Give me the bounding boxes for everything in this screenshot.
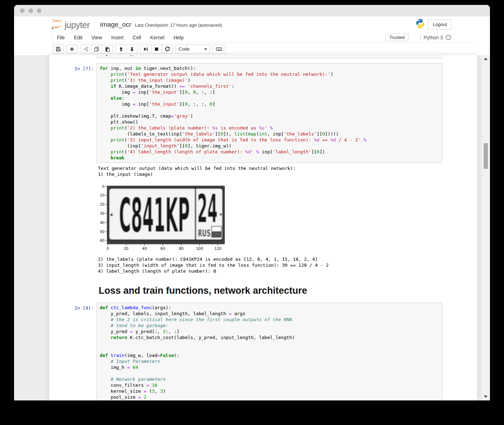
stream-output: 2) the_labels (plate number): C841KP24 i… xyxy=(98,256,329,274)
scrollbar-down-arrow-icon[interactable] xyxy=(484,396,488,398)
clipped-cell-input[interactable]: tiger.build_data() xyxy=(97,55,442,58)
cut-cell-button[interactable] xyxy=(80,45,91,54)
svg-text:120: 120 xyxy=(214,246,221,251)
license-plate-image: C841KP 24 RUS xyxy=(107,186,225,244)
window-maximize-button[interactable] xyxy=(37,8,41,13)
move-cell-down-button[interactable] xyxy=(126,45,138,54)
notebook-site: tiger.build_data() In [7]: for inp, out … xyxy=(14,55,490,400)
window-close-button[interactable] xyxy=(20,8,25,13)
window-minimize-button[interactable] xyxy=(28,8,33,13)
save-button[interactable] xyxy=(53,45,64,54)
markdown-heading[interactable]: Loss and train functions, network archit… xyxy=(99,285,307,296)
menu-view[interactable]: View xyxy=(87,35,107,40)
scrollbar[interactable] xyxy=(481,55,490,400)
code-editor: def ctc_lambda_func(args): y_pred, label… xyxy=(97,303,442,400)
cell-type-select[interactable]: Code xyxy=(175,45,210,54)
copy-icon xyxy=(94,46,99,52)
code-editor: for inp, out in tiger.next_batch(): prin… xyxy=(97,64,442,162)
svg-text:60: 60 xyxy=(160,246,165,251)
paste-cell-button[interactable] xyxy=(102,45,113,54)
interrupt-kernel-button[interactable] xyxy=(151,45,162,54)
svg-text:20: 20 xyxy=(100,202,105,206)
svg-text:40: 40 xyxy=(100,220,105,225)
kernel-idle-indicator-icon xyxy=(446,35,451,40)
plot-x-ticks: 020406080100120 xyxy=(107,244,221,251)
plate-number-text: C841KP xyxy=(119,188,190,243)
copy-cell-button[interactable] xyxy=(91,45,102,54)
plate-country-text: RUS xyxy=(198,228,211,239)
scrollbar-up-arrow-icon[interactable] xyxy=(484,58,488,60)
code-input-area[interactable]: for inp, out in tiger.next_batch(): prin… xyxy=(97,63,442,163)
stop-icon xyxy=(154,46,159,52)
save-icon xyxy=(55,46,61,52)
cell-type-value: Code xyxy=(179,46,190,52)
plate-flag-icon xyxy=(212,226,221,237)
svg-text:80: 80 xyxy=(179,246,184,251)
svg-text:50: 50 xyxy=(100,230,105,234)
input-prompt: In [7]: xyxy=(49,66,94,72)
menubar: File Edit View Insert Cell Kernel Help T… xyxy=(52,32,475,43)
svg-text:30: 30 xyxy=(100,211,105,215)
menu-kernel[interactable]: Kernel xyxy=(146,35,169,40)
restart-kernel-icon xyxy=(165,46,170,52)
jupyter-logo-icon xyxy=(51,18,62,31)
svg-text:20: 20 xyxy=(124,246,128,251)
restart-kernel-button[interactable] xyxy=(162,45,173,54)
move-up-icon xyxy=(118,46,124,52)
menu-insert[interactable]: Insert xyxy=(107,35,128,40)
svg-text:100: 100 xyxy=(196,246,203,251)
browser-window: jupyter image_ocr Last Checkpoint: 17 ho… xyxy=(14,5,490,400)
plate-region-text: 24 xyxy=(197,186,218,231)
stream-output: Text generator output (data which will b… xyxy=(98,165,296,177)
window-titlebar xyxy=(14,5,490,16)
svg-text:0: 0 xyxy=(107,246,109,251)
jupyter-logo-text: jupyter xyxy=(65,20,90,30)
svg-text:10: 10 xyxy=(100,193,105,197)
input-prompt: In [8]: xyxy=(49,305,94,311)
scrollbar-thumb[interactable] xyxy=(484,143,488,169)
menu-help[interactable]: Help xyxy=(169,35,188,40)
python-logo-icon xyxy=(415,18,426,31)
add-cell-button[interactable] xyxy=(66,45,78,54)
cut-icon xyxy=(83,46,88,52)
paste-icon xyxy=(105,46,110,52)
keyboard-icon xyxy=(216,46,222,52)
run-cell-button[interactable] xyxy=(140,45,151,54)
add-cell-icon xyxy=(69,46,75,52)
svg-text:40: 40 xyxy=(142,246,147,251)
plot-y-ticks: 0102030405060 xyxy=(100,184,107,243)
logout-button[interactable]: Logout xyxy=(428,19,452,29)
svg-text:60: 60 xyxy=(100,238,105,243)
menu-edit[interactable]: Edit xyxy=(69,35,87,40)
toolbar: Code xyxy=(14,43,490,55)
run-icon xyxy=(143,46,148,52)
chevron-down-icon xyxy=(204,48,207,50)
kernel-name: Python 3 xyxy=(424,35,443,40)
trusted-button[interactable]: Trusted xyxy=(385,34,409,41)
svg-text:0: 0 xyxy=(102,184,105,188)
code-input-area[interactable]: def ctc_lambda_func(args): y_pred, label… xyxy=(97,303,442,400)
clipped-cell-code: tiger.build_data() xyxy=(97,55,152,58)
notebook-header: jupyter image_ocr Last Checkpoint: 17 ho… xyxy=(14,16,490,32)
plate-bolt-right xyxy=(220,213,222,215)
notebook-title[interactable]: image_ocr xyxy=(100,21,132,28)
notebook-container: tiger.build_data() In [7]: for inp, out … xyxy=(49,55,477,400)
jupyter-logo[interactable]: jupyter xyxy=(51,18,90,31)
menu-file[interactable]: File xyxy=(52,35,69,40)
plate-plot-image: 0102030405060 020406080100120 C841KP 24 … xyxy=(99,184,227,251)
move-down-icon xyxy=(129,46,135,52)
menu-cell[interactable]: Cell xyxy=(128,35,146,40)
checkpoint-status: Last Checkpoint: 17 hours ago (autosaved… xyxy=(135,22,222,28)
move-cell-up-button[interactable] xyxy=(115,45,127,54)
command-palette-button[interactable] xyxy=(212,45,226,54)
menu-divider xyxy=(420,34,421,41)
plate-bolt-left xyxy=(111,214,113,216)
